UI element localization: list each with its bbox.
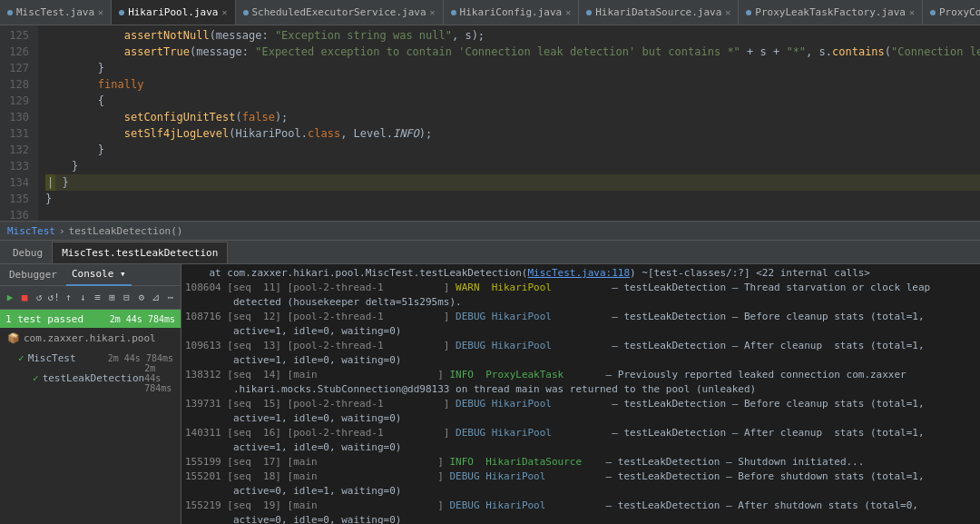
console-line: detected (housekeeper delta=51s295ms). xyxy=(181,295,980,310)
console-line: 155219 [seq 19] [main ] DEBUG HikariPool… xyxy=(181,499,980,513)
console-link[interactable]: MiscTest.java:118 xyxy=(528,266,631,281)
tab-close[interactable]: ✕ xyxy=(909,7,915,17)
console-tab[interactable]: Console ▾ xyxy=(66,264,132,286)
test-toolbar: ▶ ■ ↺ ↺! ↑ ↓ ≡ ⊞ ⊟ ⚙ ⊿ ⋯ xyxy=(0,286,181,310)
tab-label: HikariDataSource.java xyxy=(595,6,721,18)
tab-close[interactable]: ✕ xyxy=(725,7,730,17)
tab-hikaridatasource[interactable]: HikariDataSource.java ✕ xyxy=(579,0,739,25)
debugger-tab[interactable]: Debugger xyxy=(4,264,63,286)
breadcrumb-part2[interactable]: testLeakDetection() xyxy=(69,225,183,237)
tab-dot xyxy=(930,10,936,15)
class-icon: ✓ xyxy=(18,352,24,364)
test-status-text: 1 test passed xyxy=(5,313,83,325)
tab-dot xyxy=(586,10,592,15)
tab-dot xyxy=(243,10,249,15)
sort-button[interactable]: ≡ xyxy=(91,290,103,306)
filter-button[interactable]: ⊿ xyxy=(150,290,162,306)
console-line: at com.zaxxer.hikari.pool.MiscTest.testL… xyxy=(181,266,980,281)
rerun-button[interactable]: ↺ xyxy=(33,290,45,306)
breadcrumb-part1[interactable]: MiscTest xyxy=(7,225,55,237)
console-line: 139731 [seq 15] [pool-2-thread-1 ] DEBUG… xyxy=(181,397,980,411)
panel-tab-debug[interactable]: Debug xyxy=(4,242,52,263)
package-icon: 📦 xyxy=(7,332,20,344)
console-output[interactable]: at com.zaxxer.hikari.pool.MiscTest.testL… xyxy=(181,264,980,524)
tab-label: ProxyLeakTaskFactory.java xyxy=(755,6,906,18)
console-line: 108716 [seq 12] [pool-2-thread-1 ] DEBUG… xyxy=(181,310,980,324)
next-button[interactable]: ↓ xyxy=(76,290,89,306)
tab-close[interactable]: ✕ xyxy=(98,7,103,17)
tab-close[interactable]: ✕ xyxy=(430,7,436,17)
class-duration: 2m 44s 784ms xyxy=(108,353,173,363)
run-button[interactable]: ▶ xyxy=(4,290,16,306)
prev-button[interactable]: ↑ xyxy=(62,290,74,306)
console-line: active=1, idle=0, waiting=0) xyxy=(181,411,980,426)
code-line: } xyxy=(45,60,980,76)
test-class-label: MiscTest xyxy=(28,352,76,364)
tab-proxyconnection[interactable]: ProxyConnection.java ✕ xyxy=(923,0,980,25)
tab-label: ScheduledExecutorService.java xyxy=(252,6,426,18)
tab-label: HikariConfig.java xyxy=(460,6,563,18)
rerun-failed-button[interactable]: ↺! xyxy=(47,290,60,306)
tab-bar: MiscTest.java ✕ HikariPool.java ✕ Schedu… xyxy=(0,0,980,25)
console-line: 108604 [seq 11] [pool-2-thread-1 ] WARN … xyxy=(181,281,980,295)
breadcrumb: MiscTest › testLeakDetection() xyxy=(0,221,980,241)
console-line: active=0, idle=1, waiting=0) xyxy=(181,484,980,499)
tab-proxyleaktaskfactory[interactable]: ProxyLeakTaskFactory.java ✕ xyxy=(739,0,923,25)
tab-dot xyxy=(7,10,13,15)
console-line: active=1, idle=0, waiting=0) xyxy=(181,324,980,339)
tab-dot xyxy=(746,10,751,15)
bottom-panel: Debug MiscTest.testLeakDetection Debugge… xyxy=(0,241,980,524)
console-line: active=0, idle=0, waiting=0) xyxy=(181,513,980,524)
panel-tabs: Debug MiscTest.testLeakDetection xyxy=(0,241,980,264)
console-line: .hikari.mocks.StubConnection@dd98133 on … xyxy=(181,382,980,397)
code-line: setSlf4jLogLevel(HikariPool.class, Level… xyxy=(45,125,980,142)
test-method-item[interactable]: ✓ testLeakDetection 2m 44s 784ms xyxy=(0,368,181,388)
method-duration: 2m 44s 784ms xyxy=(144,363,173,393)
line-numbers: 125 126 127 128 129 130 131 132 133 134 … xyxy=(0,25,38,221)
debugger-tab-bar: Debugger Console ▾ xyxy=(0,264,181,286)
more-button[interactable]: ⋯ xyxy=(164,290,177,306)
code-content[interactable]: assertNotNull(message: "Exception string… xyxy=(38,25,980,221)
tab-dot xyxy=(451,10,456,15)
code-line: { xyxy=(45,93,980,109)
panel-tab-misctest[interactable]: MiscTest.testLeakDetection xyxy=(52,242,228,263)
console-line: active=1, idle=0, waiting=0) xyxy=(181,353,980,368)
console-line: 155201 [seq 18] [main ] DEBUG HikariPool… xyxy=(181,470,980,484)
test-suite-label: com.zaxxer.hikari.pool xyxy=(24,332,156,344)
tab-close[interactable]: ✕ xyxy=(565,7,571,17)
code-line xyxy=(45,207,980,221)
panel-split: Debugger Console ▾ ▶ ■ ↺ ↺! ↑ ↓ ≡ ⊞ ⊟ ⚙ … xyxy=(0,264,980,524)
code-line: assertTrue(message: "Expected exception … xyxy=(45,44,980,60)
test-suite-item[interactable]: 📦 com.zaxxer.hikari.pool xyxy=(0,328,181,348)
code-line: assertNotNull(message: "Exception string… xyxy=(45,27,980,44)
test-pass-icon: ✓ xyxy=(33,372,39,384)
tab-scheduled[interactable]: ScheduledExecutorService.java ✕ xyxy=(236,0,444,25)
tab-label: ProxyConnection.java xyxy=(939,6,980,18)
tab-misctest[interactable]: MiscTest.java ✕ xyxy=(0,0,112,25)
code-line-finally: finally xyxy=(45,76,980,93)
expand-button[interactable]: ⊞ xyxy=(106,290,119,306)
code-line: setConfigUnitTest(false); xyxy=(45,109,980,125)
stop-button[interactable]: ■ xyxy=(18,290,31,306)
settings-button[interactable]: ⚙ xyxy=(135,290,148,306)
console-line: 109613 [seq 13] [pool-2-thread-1 ] DEBUG… xyxy=(181,339,980,353)
tab-label: MiscTest.java xyxy=(16,6,94,18)
test-left-panel: Debugger Console ▾ ▶ ■ ↺ ↺! ↑ ↓ ≡ ⊞ ⊟ ⚙ … xyxy=(0,264,181,524)
tab-close[interactable]: ✕ xyxy=(221,7,227,17)
test-status-bar: 1 test passed 2m 44s 784ms xyxy=(0,310,181,328)
tab-hikaripool[interactable]: HikariPool.java ✕ xyxy=(112,0,235,25)
test-tree: 📦 com.zaxxer.hikari.pool ✓ MiscTest 2m 4… xyxy=(0,328,181,524)
console-line: 138312 [seq 14] [main ] INFO ProxyLeakTa… xyxy=(181,368,980,382)
editor-area: 125 126 127 128 129 130 131 132 133 134 … xyxy=(0,25,980,221)
code-line: } xyxy=(45,142,980,158)
code-line-highlighted: | } xyxy=(45,174,980,191)
test-duration: 2m 44s 784ms xyxy=(110,314,175,324)
tab-hikariconfig[interactable]: HikariConfig.java ✕ xyxy=(444,0,580,25)
test-method-label: testLeakDetection xyxy=(43,372,145,384)
console-line: 140311 [seq 16] [pool-2-thread-1 ] DEBUG… xyxy=(181,426,980,440)
console-line: 155199 [seq 17] [main ] INFO HikariDataS… xyxy=(181,455,980,470)
tab-dot xyxy=(119,10,124,15)
breadcrumb-sep: › xyxy=(59,225,65,237)
code-line: } xyxy=(45,191,980,207)
collapse-button[interactable]: ⊟ xyxy=(121,290,133,306)
